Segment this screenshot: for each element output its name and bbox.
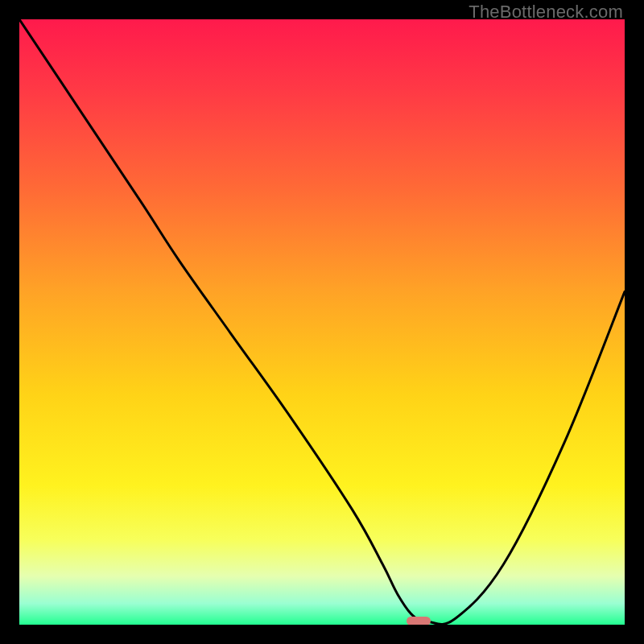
- plot-area: [19, 19, 625, 625]
- bottleneck-curve: [19, 19, 625, 625]
- chart-frame: TheBottleneck.com: [0, 0, 644, 644]
- watermark-text: TheBottleneck.com: [469, 2, 623, 23]
- minimum-marker: [407, 617, 431, 625]
